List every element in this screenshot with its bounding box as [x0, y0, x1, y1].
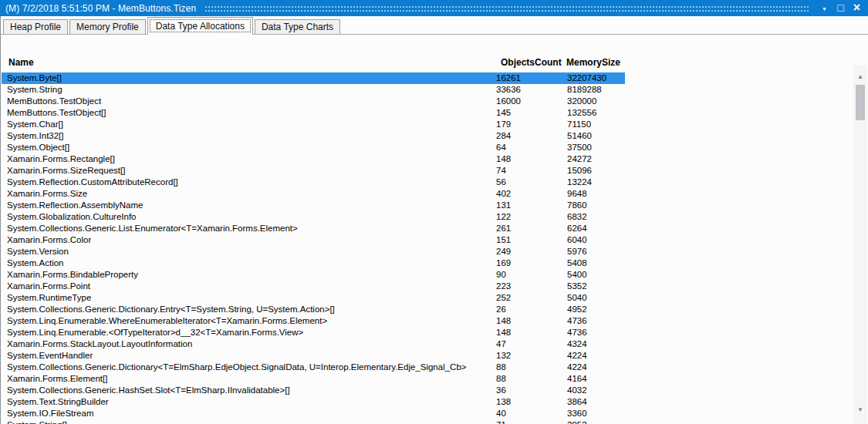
tab-data-type-allocations[interactable]: Data Type Allocations — [147, 17, 253, 35]
row-memory-size: 320000 — [567, 96, 596, 106]
table-row[interactable]: System.Linq.Enumerable.<OfTypeIterator>d… — [2, 327, 625, 338]
row-name: System.Version — [7, 247, 69, 256]
tab-heap-profile[interactable]: Heap Profile — [3, 19, 68, 34]
table-row[interactable]: Xamarin.Forms.Element[] 88 4164 — [2, 373, 625, 385]
titlebar-grip-dots[interactable] — [205, 6, 809, 13]
profiler-window: (M) 7/2/2018 5:51:50 PM - MemButtons.Tiz… — [0, 0, 868, 424]
row-memory-size: 13224 — [567, 177, 592, 187]
row-memory-size: 51460 — [567, 131, 592, 140]
table-row[interactable]: System.RuntimeType 252 5040 — [2, 292, 625, 304]
window-menu-icon[interactable]: ▼ — [816, 0, 833, 16]
table-row[interactable]: System.String[] 71 2952 — [2, 419, 625, 424]
table-row[interactable]: System.Linq.Enumerable.WhereEnumerableIt… — [2, 315, 625, 327]
table-row[interactable]: System.Byte[] 16261 32207430 — [2, 72, 625, 84]
table-row[interactable]: MemButtons.TestObject[] 145 132556 — [2, 107, 625, 119]
tab-data-type-charts[interactable]: Data Type Charts — [255, 19, 340, 34]
row-name: System.Reflection.CustomAttributeRecord[… — [7, 177, 178, 187]
row-memory-size: 7860 — [567, 200, 587, 210]
row-memory-size: 4324 — [567, 339, 587, 348]
tab-label: Data Type Allocations — [156, 21, 245, 32]
table-row[interactable]: System.Text.StringBuilder 138 3864 — [2, 396, 625, 408]
column-headers: Name ObjectsCount MemorySize — [2, 57, 868, 69]
row-objects-count: 71 — [496, 420, 506, 424]
maximize-icon[interactable]: □ — [833, 0, 849, 16]
table-row[interactable]: Xamarin.Forms.Size 402 9648 — [2, 188, 625, 200]
table-row[interactable]: System.Action 169 5408 — [2, 257, 625, 269]
row-name: Xamarin.Forms.Element[] — [7, 374, 107, 383]
row-name: System.Text.StringBuilder — [7, 397, 109, 406]
window-titlebar[interactable]: (M) 7/2/2018 5:51:50 PM - MemButtons.Tiz… — [0, 0, 868, 16]
row-name: System.Action — [7, 258, 64, 268]
row-name: System.IO.FileStream — [7, 409, 93, 418]
column-header-memorysize[interactable]: MemorySize — [566, 57, 620, 68]
table-row[interactable]: MemButtons.TestObject 16000 320000 — [2, 96, 625, 107]
row-name: System.Collections.Generic.Dictionary<T=… — [7, 362, 467, 372]
row-name: Xamarin.Forms.Rectangle[] — [7, 154, 115, 163]
table-row[interactable]: Xamarin.Forms.SizeRequest[] 74 15096 — [2, 165, 625, 177]
row-objects-count: 223 — [496, 281, 511, 291]
table-row[interactable]: Xamarin.Forms.Color 151 6040 — [2, 234, 625, 246]
tab-memory-profile[interactable]: Memory Profile — [69, 19, 146, 34]
row-name: System.Collections.Generic.HashSet.Slot<… — [7, 385, 290, 395]
table-row[interactable]: System.Collections.Generic.HashSet.Slot<… — [2, 385, 625, 396]
allocation-list: System.Byte[] 16261 32207430 System.Stri… — [2, 72, 853, 424]
row-memory-size: 5976 — [567, 247, 587, 256]
tab-control: Heap Profile Memory Profile Data Type Al… — [0, 16, 868, 424]
vertical-scrollbar[interactable]: ▲ ▼ — [853, 66, 867, 424]
row-objects-count: 74 — [496, 166, 506, 175]
row-name: System.Int32[] — [7, 131, 64, 140]
column-header-name[interactable]: Name — [8, 57, 34, 68]
table-row[interactable]: Xamarin.Forms.StackLayout.LayoutInformat… — [2, 338, 625, 350]
row-memory-size: 4736 — [567, 316, 587, 325]
row-name: System.EventHandler — [7, 351, 93, 360]
row-objects-count: 131 — [496, 200, 511, 210]
row-name: Xamarin.Forms.BindableProperty — [7, 270, 138, 279]
row-name: MemButtons.TestObject — [7, 96, 101, 106]
row-memory-size: 3360 — [567, 409, 587, 418]
row-objects-count: 90 — [496, 270, 506, 279]
row-name: Xamarin.Forms.SizeRequest[] — [7, 166, 125, 175]
row-memory-size: 4952 — [567, 305, 587, 314]
row-objects-count: 88 — [496, 374, 506, 383]
table-row[interactable]: System.EventHandler 132 4224 — [2, 350, 625, 362]
row-name: System.Collections.Generic.List.Enumerat… — [7, 224, 298, 233]
close-icon[interactable]: × — [849, 0, 865, 16]
row-name: System.Linq.Enumerable.<OfTypeIterator>d… — [7, 328, 303, 337]
tab-label: Data Type Charts — [262, 22, 333, 32]
table-row[interactable]: System.Reflection.CustomAttributeRecord[… — [2, 177, 625, 188]
table-row[interactable]: System.Version 249 5976 — [2, 246, 625, 257]
scrollbar-thumb[interactable] — [856, 85, 865, 120]
row-name: System.Object[] — [7, 143, 69, 152]
row-objects-count: 169 — [496, 258, 511, 268]
window-controls: ▼ □ × — [816, 0, 865, 16]
row-name: Xamarin.Forms.Size — [7, 189, 87, 198]
table-row[interactable]: Xamarin.Forms.Rectangle[] 148 24272 — [2, 153, 625, 165]
tab-strip: Heap Profile Memory Profile Data Type Al… — [1, 16, 868, 35]
table-row[interactable]: System.Collections.Generic.Dictionary.En… — [2, 304, 625, 315]
row-name: Xamarin.Forms.Color — [7, 235, 91, 244]
row-memory-size: 37500 — [567, 143, 592, 152]
scroll-up-icon[interactable]: ▲ — [853, 73, 867, 81]
scroll-down-icon[interactable]: ▼ — [853, 406, 867, 414]
table-row[interactable]: System.Int32[] 284 51460 — [2, 130, 625, 142]
row-name: System.Byte[] — [7, 73, 62, 82]
row-name: System.String — [7, 85, 62, 94]
row-objects-count: 40 — [496, 409, 506, 418]
table-row[interactable]: System.Char[] 179 71150 — [2, 119, 625, 130]
column-header-objectscount[interactable]: ObjectsCount — [501, 57, 562, 68]
row-objects-count: 148 — [496, 328, 511, 337]
table-row[interactable]: Xamarin.Forms.Point 223 5352 — [2, 281, 625, 292]
table-row[interactable]: Xamarin.Forms.BindableProperty 90 5400 — [2, 269, 625, 281]
table-row[interactable]: System.Object[] 64 37500 — [2, 142, 625, 153]
row-name: System.String[] — [7, 420, 67, 424]
row-memory-size: 4224 — [567, 351, 587, 360]
row-name: System.Globalization.CultureInfo — [7, 212, 136, 221]
table-row[interactable]: System.Collections.Generic.List.Enumerat… — [2, 223, 625, 234]
table-row[interactable]: System.String 33636 8189288 — [2, 84, 625, 96]
row-name: System.Collections.Generic.Dictionary.En… — [7, 305, 335, 314]
table-row[interactable]: System.IO.FileStream 40 3360 — [2, 408, 625, 419]
table-row[interactable]: System.Reflection.AssemblyName 131 7860 — [2, 200, 625, 211]
table-row[interactable]: System.Globalization.CultureInfo 122 683… — [2, 211, 625, 223]
row-name: MemButtons.TestObject[] — [7, 108, 106, 117]
table-row[interactable]: System.Collections.Generic.Dictionary<T=… — [2, 362, 625, 373]
